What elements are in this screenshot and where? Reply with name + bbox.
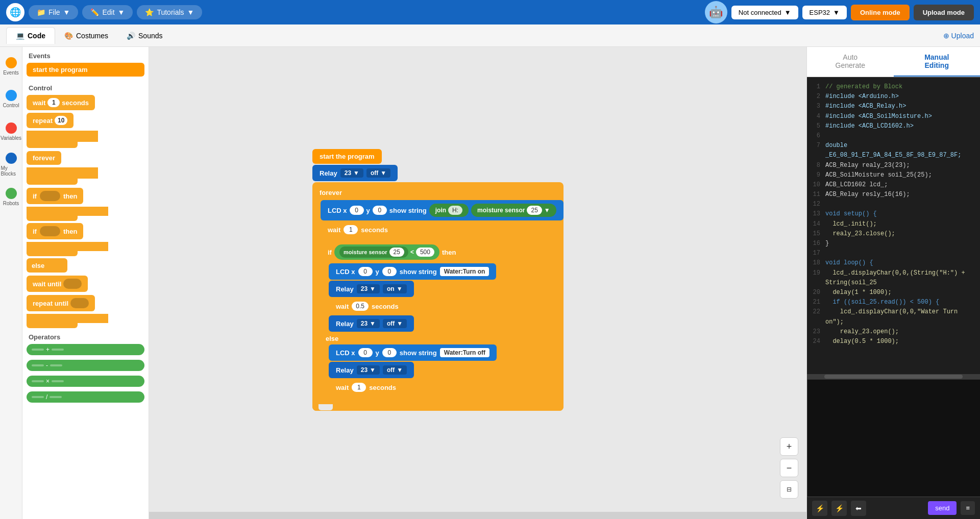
wait3-block[interactable]: wait 1 seconds bbox=[329, 379, 403, 396]
upload-button[interactable]: ⊕ Upload bbox=[943, 32, 974, 40]
moisture-sensor-block2[interactable]: moisture sensor 25 bbox=[339, 246, 408, 258]
moisture-sensor-block[interactable]: moisture sensor 25 ▼ bbox=[471, 204, 556, 217]
control-section: Control wait 1 seconds repeat 10 forever bbox=[27, 84, 144, 328]
wait1-block[interactable]: wait 1 seconds bbox=[321, 221, 395, 238]
edit-menu-button[interactable]: ✏️ Edit ▼ bbox=[82, 5, 133, 19]
operators-title: Operators bbox=[27, 333, 144, 341]
nav-variables[interactable]: Variables bbox=[1, 117, 21, 146]
online-mode-button[interactable]: Online mode bbox=[851, 5, 910, 20]
code-scrollbar-thumb[interactable] bbox=[824, 375, 963, 379]
serial-icon-3[interactable]: ⬅ bbox=[851, 501, 866, 516]
moisture-val[interactable]: 25 bbox=[527, 206, 542, 215]
code-line-6: 6 bbox=[812, 131, 975, 141]
main-area: Events Control Variables My Blocks Robot… bbox=[0, 47, 980, 519]
moisture-compare-block[interactable]: moisture sensor 25 < 500 bbox=[334, 244, 439, 260]
events-dot bbox=[6, 57, 17, 68]
repeat-until-block[interactable]: repeat until bbox=[27, 295, 95, 311]
block-canvas[interactable]: start the program Relay 23 ▼ off ▼ forev… bbox=[149, 47, 806, 519]
wait2-block[interactable]: wait 0.5 seconds bbox=[329, 298, 406, 314]
serial-menu-button[interactable]: ≡ bbox=[961, 501, 975, 515]
chevron-down-icon: ▼ bbox=[370, 366, 376, 374]
wait-until-block[interactable]: wait until bbox=[27, 276, 88, 292]
code-line-23: 23 realy_23.open(); bbox=[812, 327, 975, 337]
center-button[interactable]: ⊟ bbox=[780, 480, 798, 499]
tab-auto-generate[interactable]: AutoGenerate bbox=[807, 47, 894, 77]
relay4-num-dropdown[interactable]: 23 ▼ bbox=[357, 365, 380, 375]
zoom-in-button[interactable]: + bbox=[780, 437, 798, 456]
code-line-10: 10 ACB_LCD1602 lcd_; bbox=[812, 180, 975, 190]
compare-val[interactable]: 500 bbox=[416, 248, 434, 257]
relay3-state-dropdown[interactable]: off ▼ bbox=[383, 319, 407, 328]
chevron-down-icon: ▼ bbox=[370, 285, 376, 292]
file-icon: 📁 bbox=[37, 8, 45, 16]
relay2-num-dropdown[interactable]: 23 ▼ bbox=[357, 284, 380, 293]
lcd-water-on-block[interactable]: LCD x 0 y 0 show string Water:Turn on bbox=[329, 263, 496, 280]
navbar: 🌐 📁 File ▼ ✏️ Edit ▼ ⭐ Tutorials ▼ 🤖 Not… bbox=[0, 0, 980, 24]
lcd-x-val[interactable]: 0 bbox=[350, 206, 364, 215]
wait1-val[interactable]: 1 bbox=[344, 225, 358, 234]
nav-control[interactable]: Control bbox=[1, 85, 21, 113]
code-editor[interactable]: 1 // generated by Block 2 #include <Ardu… bbox=[807, 77, 980, 374]
chevron-down-icon: ▼ bbox=[785, 9, 791, 16]
repeat-block[interactable]: repeat 10 bbox=[27, 113, 74, 128]
tab-code[interactable]: 💻 Code bbox=[6, 27, 55, 44]
relay-off-block[interactable]: Relay 23 ▼ off ▼ bbox=[312, 165, 398, 181]
board-dropdown[interactable]: ESP32 ▼ bbox=[802, 6, 847, 19]
serial-send-button[interactable]: send bbox=[928, 501, 957, 515]
relay-on-block[interactable]: Relay 23 ▼ on ▼ bbox=[329, 281, 414, 297]
canvas-controls: + − ⊟ bbox=[780, 437, 798, 499]
code-line-9: 9 ACB_SoilMoisture soil_25(25); bbox=[812, 170, 975, 180]
upload-mode-button[interactable]: Upload mode bbox=[914, 5, 974, 20]
h-val[interactable]: H: bbox=[448, 206, 462, 215]
code-line-7: 7 double _E6_08_91_E7_9A_84_E5_8F_98_E9_… bbox=[812, 141, 975, 160]
op-div[interactable]: / bbox=[27, 391, 144, 403]
wait3-val[interactable]: 1 bbox=[352, 383, 366, 392]
wait2-val[interactable]: 0.5 bbox=[352, 302, 369, 311]
nav-events[interactable]: Events bbox=[1, 52, 21, 81]
tutorials-menu-button[interactable]: ⭐ Tutorials ▼ bbox=[137, 5, 202, 19]
relay3-off-block[interactable]: Relay 23 ▼ off ▼ bbox=[329, 315, 414, 332]
zoom-out-button[interactable]: − bbox=[780, 459, 798, 477]
relay-state-dropdown[interactable]: off ▼ bbox=[366, 168, 390, 178]
repeat-value-input[interactable]: 10 bbox=[55, 116, 67, 125]
chevron-down-icon: ▼ bbox=[353, 169, 359, 177]
if-then-block2[interactable]: if then bbox=[27, 223, 83, 239]
code-line-5: 5 #include <ACB_LCD1602.h> bbox=[812, 121, 975, 131]
op-mul[interactable]: × bbox=[27, 376, 144, 387]
events-section: Events start the program bbox=[27, 52, 144, 79]
wait-value-input[interactable]: 1 bbox=[47, 98, 60, 107]
nav-robots[interactable]: Robots bbox=[1, 183, 21, 211]
canvas-scrollbar-h[interactable] bbox=[149, 512, 806, 519]
control-title: Control bbox=[27, 84, 144, 92]
app-logo[interactable]: 🌐 bbox=[6, 3, 24, 21]
serial-icon-1[interactable]: ⚡ bbox=[812, 501, 827, 516]
relay3-num-dropdown[interactable]: 23 ▼ bbox=[357, 319, 380, 328]
moisture2-val[interactable]: 25 bbox=[389, 248, 404, 257]
nav-myblocks[interactable]: My Blocks bbox=[1, 150, 21, 179]
tab-sounds[interactable]: 🔊 Sounds bbox=[117, 28, 172, 44]
wait-seconds-block[interactable]: wait 1 seconds bbox=[27, 95, 95, 110]
relay-num-dropdown[interactable]: 23 ▼ bbox=[340, 168, 363, 178]
lcd-y-val[interactable]: 0 bbox=[373, 206, 387, 215]
start-program-block[interactable]: start the program bbox=[27, 63, 144, 77]
serial-icon-2[interactable]: ⚡ bbox=[831, 501, 847, 516]
relay2-state-dropdown[interactable]: on ▼ bbox=[383, 284, 407, 293]
start-program-canvas-block[interactable]: start the program bbox=[312, 149, 382, 164]
join-block[interactable]: join H: bbox=[429, 204, 469, 217]
file-menu-button[interactable]: 📁 File ▼ bbox=[29, 5, 78, 19]
code-scrollbar[interactable] bbox=[807, 374, 980, 379]
else-block[interactable]: else bbox=[27, 258, 67, 273]
relay4-off-block[interactable]: Relay 23 ▼ off ▼ bbox=[329, 362, 414, 378]
lcd-display-block[interactable]: LCD x 0 y 0 show string join H: moisture… bbox=[321, 200, 564, 220]
op-add[interactable]: + bbox=[27, 344, 144, 355]
op-sub[interactable]: - bbox=[27, 360, 144, 371]
code-line-18: 18 void loop() { bbox=[812, 258, 975, 268]
control-dot bbox=[6, 90, 17, 101]
tab-costumes[interactable]: 🎨 Costumes bbox=[55, 28, 117, 44]
if-then-block[interactable]: if then bbox=[27, 188, 83, 204]
tab-manual-editing[interactable]: ManualEditing bbox=[894, 47, 981, 77]
relay4-state-dropdown[interactable]: off ▼ bbox=[383, 365, 407, 375]
lcd-water-off-block[interactable]: LCD x 0 y 0 show string Water:Turn off bbox=[329, 344, 497, 361]
forever-block[interactable]: forever bbox=[27, 151, 61, 165]
connection-dropdown[interactable]: Not connected ▼ bbox=[731, 6, 798, 19]
